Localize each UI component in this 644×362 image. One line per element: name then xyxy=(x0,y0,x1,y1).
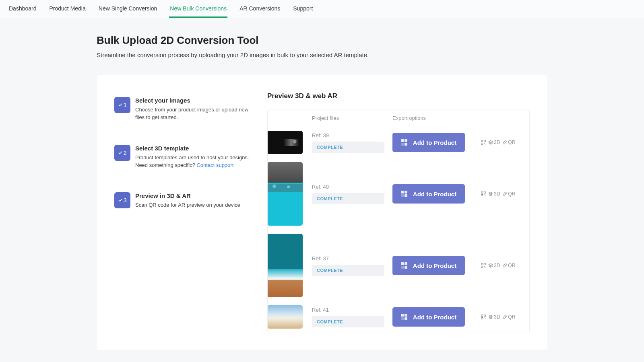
export-qr-link[interactable]: QR xyxy=(502,140,515,145)
preview-panel: Project files Export options Ref: 39COMP… xyxy=(267,109,530,333)
svg-rect-17 xyxy=(481,318,483,319)
add-to-product-button[interactable]: Add to Product xyxy=(392,256,465,275)
export-qr-link[interactable]: QR xyxy=(502,314,515,320)
export-links: 3DQR xyxy=(481,263,521,268)
thumbnail-image[interactable] xyxy=(267,162,303,226)
thumbnail-image[interactable] xyxy=(267,305,303,329)
thumbnail-image[interactable] xyxy=(267,131,303,154)
export-qr-icon-link[interactable] xyxy=(481,315,486,319)
svg-rect-16 xyxy=(484,315,486,317)
preview-row: Ref: 41COMPLETEAdd to Product3DQR xyxy=(268,301,529,333)
export-3d-link[interactable]: 3D xyxy=(488,314,500,320)
step-title-3: Preview in 3D & AR xyxy=(135,192,240,199)
svg-rect-12 xyxy=(481,266,483,268)
step-3: 3 Preview in 3D & AR Scan QR code for AR… xyxy=(114,192,255,209)
svg-rect-8 xyxy=(484,195,485,195)
preview-column: Preview 3D & web AR Project files Export… xyxy=(267,92,530,333)
svg-rect-18 xyxy=(484,318,485,319)
contact-support-link[interactable]: Contact support xyxy=(196,162,233,168)
step-desc-1: Choose from your product images or uploa… xyxy=(135,106,255,121)
top-nav: Dashboard Product Media New Single Conve… xyxy=(0,0,644,18)
step-badge-2: 2 xyxy=(114,145,130,161)
ref-label: Ref: 40 xyxy=(312,184,384,190)
svg-rect-2 xyxy=(481,143,483,145)
page-container: Bulk Upload 2D Conversion Tool Streamlin… xyxy=(97,18,547,350)
grid-icon xyxy=(401,314,407,320)
add-to-product-button[interactable]: Add to Product xyxy=(392,307,465,327)
nav-new-single-conversion[interactable]: New Single Conversion xyxy=(98,0,158,18)
add-to-product-label: Add to Product xyxy=(413,191,456,197)
add-to-product-label: Add to Product xyxy=(413,314,456,321)
step-1: 1 Select your images Choose from your pr… xyxy=(114,97,255,121)
layers-icon xyxy=(488,140,493,145)
svg-rect-13 xyxy=(484,266,485,267)
step-desc-2: Product templates are used to host your … xyxy=(135,154,255,169)
layers-icon xyxy=(488,315,493,319)
qr-icon xyxy=(481,263,486,268)
step-2: 2 Select 3D template Product templates a… xyxy=(114,145,255,169)
step-title-1: Select your images xyxy=(135,97,255,104)
svg-rect-19 xyxy=(485,319,486,319)
export-3d-link[interactable]: 3D xyxy=(488,263,500,268)
grid-icon xyxy=(401,262,407,269)
page-subtitle: Streamline the conversion process by upl… xyxy=(97,51,547,58)
export-qr-link[interactable]: QR xyxy=(502,263,515,268)
preview-heading: Preview 3D & web AR xyxy=(267,92,530,100)
export-links: 3DQR xyxy=(481,191,521,197)
svg-rect-9 xyxy=(485,195,486,196)
col-export-options: Export options xyxy=(392,115,473,121)
nav-product-media[interactable]: Product Media xyxy=(49,0,87,18)
qr-icon xyxy=(481,140,486,145)
qr-icon xyxy=(481,315,486,319)
step-number-1: 1 xyxy=(124,102,127,108)
add-to-product-button[interactable]: Add to Product xyxy=(392,184,465,204)
step-desc-3: Scan QR code for AR preview on your devi… xyxy=(135,202,240,209)
step-number-2: 2 xyxy=(124,150,127,156)
grid-icon xyxy=(401,191,407,197)
svg-rect-7 xyxy=(481,195,483,196)
panel-header: Project files Export options xyxy=(268,109,529,127)
export-qr-icon-link[interactable] xyxy=(481,140,486,145)
export-qr-link[interactable]: QR xyxy=(502,191,515,197)
nav-new-bulk-conversions[interactable]: New Bulk Conversions xyxy=(169,0,227,18)
svg-rect-5 xyxy=(481,192,483,193)
thumbnail-image[interactable] xyxy=(267,234,303,297)
status-complete: COMPLETE xyxy=(312,265,384,276)
svg-rect-3 xyxy=(484,143,485,144)
step-badge-1: 1 xyxy=(114,97,130,113)
ref-label: Ref: 39 xyxy=(312,132,384,138)
link-icon xyxy=(502,191,507,196)
link-icon xyxy=(502,315,507,319)
export-3d-link[interactable]: 3D xyxy=(488,140,500,145)
check-icon xyxy=(118,198,123,203)
export-3d-link[interactable]: 3D xyxy=(488,191,500,197)
export-qr-icon-link[interactable] xyxy=(481,191,486,196)
status-complete: COMPLETE xyxy=(312,142,384,153)
svg-rect-11 xyxy=(484,263,486,265)
svg-rect-15 xyxy=(481,315,483,317)
qr-icon xyxy=(481,191,486,196)
nav-ar-conversions[interactable]: AR Conversions xyxy=(239,0,281,18)
step-title-2: Select 3D template xyxy=(135,145,255,152)
status-complete: COMPLETE xyxy=(312,193,384,204)
add-to-product-button[interactable]: Add to Product xyxy=(392,133,465,152)
nav-support[interactable]: Support xyxy=(292,0,314,18)
col-project-files: Project files xyxy=(312,115,384,121)
row-middle: Ref: 41COMPLETE xyxy=(312,307,384,327)
svg-rect-0 xyxy=(481,140,483,142)
check-icon xyxy=(118,103,123,107)
status-complete: COMPLETE xyxy=(312,316,384,327)
svg-rect-14 xyxy=(485,267,486,268)
svg-rect-1 xyxy=(484,140,486,142)
svg-rect-4 xyxy=(485,144,486,145)
export-links: 3DQR xyxy=(481,140,521,145)
export-qr-icon-link[interactable] xyxy=(481,263,486,268)
svg-rect-6 xyxy=(484,192,486,193)
main-card: 1 Select your images Choose from your pr… xyxy=(97,75,547,350)
layers-icon xyxy=(488,191,493,196)
nav-dashboard[interactable]: Dashboard xyxy=(8,0,37,18)
layers-icon xyxy=(488,263,493,268)
check-icon xyxy=(118,150,123,155)
add-to-product-label: Add to Product xyxy=(413,262,456,269)
page-title: Bulk Upload 2D Conversion Tool xyxy=(97,34,547,47)
